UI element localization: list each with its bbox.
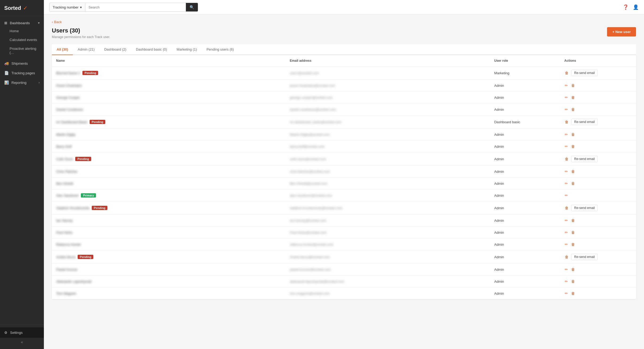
edit-icon[interactable]: ✏ xyxy=(564,132,568,137)
tab-admin[interactable]: Admin (21) xyxy=(73,44,99,55)
help-icon[interactable]: ❓ xyxy=(623,4,629,10)
resend-email-button[interactable]: Re-send email xyxy=(571,119,597,125)
sidebar-item-reporting[interactable]: 📊 Reporting › xyxy=(0,78,44,87)
edit-icon[interactable]: ✏ xyxy=(564,169,568,174)
user-role: Admin xyxy=(494,84,504,88)
actions-cell: ✏🗑 xyxy=(560,264,636,276)
tab-pending-users[interactable]: Pending users (6) xyxy=(202,44,239,55)
role-cell: Dashboard basic xyxy=(490,116,560,129)
sidebar-item-calculated-events[interactable]: Calculated events xyxy=(0,35,44,44)
delete-icon[interactable]: 🗑 xyxy=(564,205,569,211)
delete-icon[interactable]: 🗑 xyxy=(564,70,569,76)
delete-icon[interactable]: 🗑 xyxy=(571,267,575,272)
actions-cell: 🗑Re-send email xyxy=(560,202,636,215)
delete-icon[interactable]: 🗑 xyxy=(571,107,575,112)
user-email: Paul.Hicks@sorted.com xyxy=(290,231,327,235)
delete-icon[interactable]: 🗑 xyxy=(571,83,575,88)
sidebar-group-dashboards[interactable]: ⊞ Dashboards ▾ xyxy=(0,18,44,27)
search-button[interactable]: 🔍 xyxy=(186,3,198,11)
edit-icon[interactable]: ✏ xyxy=(564,144,568,149)
user-name: Barry Duff xyxy=(56,145,72,149)
topbar: Tracking number ▾ 🔍 ❓ 👤 xyxy=(44,0,644,15)
delete-icon[interactable]: 🗑 xyxy=(571,291,575,296)
delete-icon[interactable]: 🗑 xyxy=(564,119,569,125)
table-row: Andrei IbucaPendingAndrei.Ibuca@sorted.c… xyxy=(52,251,636,264)
delete-icon[interactable]: 🗑 xyxy=(571,230,575,235)
edit-icon[interactable]: ✏ xyxy=(564,279,568,284)
actions-cell: 🗑Re-send email xyxy=(560,251,636,264)
user-email: alex.handover@sorted.com xyxy=(290,194,332,198)
account-icon[interactable]: 👤 xyxy=(633,4,639,10)
name-cell: Paul Hicks xyxy=(52,227,286,239)
table-row: Tom Maguiretom.maguire@sorted.comAdmin✏🗑 xyxy=(52,288,636,299)
delete-icon[interactable]: 🗑 xyxy=(571,181,575,186)
edit-icon[interactable]: ✏ xyxy=(564,181,568,186)
user-name: Colin Dunn xyxy=(56,157,73,161)
delete-icon[interactable]: 🗑 xyxy=(571,144,575,149)
edit-icon[interactable]: ✏ xyxy=(564,95,568,100)
resend-email-button[interactable]: Re-send email xyxy=(571,156,597,162)
search-input[interactable] xyxy=(85,3,186,11)
sidebar-item-home[interactable]: Home xyxy=(0,27,44,35)
edit-icon[interactable]: ✏ xyxy=(564,267,568,272)
name-cell: Andrei IbucaPending xyxy=(52,251,286,264)
edit-icon[interactable]: ✏ xyxy=(564,218,568,223)
tab-dashboard-basic[interactable]: Dashboard basic (0) xyxy=(131,44,172,55)
delete-icon[interactable]: 🗑 xyxy=(571,132,575,137)
sidebar-bottom: ⚙ Settings « xyxy=(0,325,44,349)
user-role: Dashboard basic xyxy=(494,120,520,124)
search-container: Tracking number ▾ 🔍 xyxy=(49,3,198,12)
users-table-container: Name Email address User role Actions Blu… xyxy=(52,55,636,299)
delete-icon[interactable]: 🗑 xyxy=(571,95,575,100)
delete-icon[interactable]: 🗑 xyxy=(571,279,575,284)
table-row: George Coopergeorge.cooper@sorted.comAdm… xyxy=(52,92,636,104)
name-cell: Pawel Kunzar xyxy=(52,264,286,276)
resend-email-button[interactable]: Re-send email xyxy=(571,70,597,76)
user-role: Marketing xyxy=(494,71,509,75)
user-role: Admin xyxy=(494,133,504,137)
edit-icon[interactable]: ✏ xyxy=(564,83,568,88)
sidebar-item-tracking-pages[interactable]: 📄 Tracking pages xyxy=(0,68,44,78)
delete-icon[interactable]: 🗑 xyxy=(571,218,575,223)
table-row: Blurred Name 1Pendinguser1@sorted.comMar… xyxy=(52,67,636,80)
delete-icon[interactable]: 🗑 xyxy=(564,254,569,260)
new-user-button[interactable]: + New user xyxy=(607,27,636,36)
edit-icon[interactable]: ✏ xyxy=(564,291,568,296)
delete-icon[interactable]: 🗑 xyxy=(564,156,569,162)
edit-icon[interactable]: ✏ xyxy=(564,193,568,198)
tab-dashboard[interactable]: Dashboard (2) xyxy=(99,44,131,55)
resend-email-button[interactable]: Re-send email xyxy=(571,205,597,211)
role-cell: Admin xyxy=(490,104,560,116)
name-cell: Rebecca Hunter xyxy=(52,239,286,251)
edit-icon[interactable]: ✏ xyxy=(564,107,568,112)
back-link[interactable]: ‹ Back xyxy=(52,20,636,24)
sidebar-collapse-button[interactable]: « xyxy=(0,338,44,346)
user-role: Admin xyxy=(494,206,504,210)
user-name: Blurred Name 1 xyxy=(56,71,80,75)
main-content: Tracking number ▾ 🔍 ❓ 👤 ‹ Back Users (30… xyxy=(44,0,644,349)
delete-icon[interactable]: 🗑 xyxy=(571,242,575,247)
sidebar-item-settings[interactable]: ⚙ Settings xyxy=(0,327,44,338)
search-type-dropdown[interactable]: Tracking number ▾ xyxy=(49,3,85,11)
actions-cell: ✏🗑 xyxy=(560,80,636,92)
resend-email-button[interactable]: Re-send email xyxy=(571,254,597,260)
shipments-icon: 🚚 xyxy=(4,61,9,65)
tab-all[interactable]: All (30) xyxy=(52,44,73,55)
role-cell: Admin xyxy=(490,215,560,227)
chevron-down-icon: ▾ xyxy=(38,21,40,25)
name-cell: George Cooper xyxy=(52,92,286,104)
edit-icon[interactable]: ✏ xyxy=(564,230,568,235)
sidebar-item-shipments[interactable]: 🚚 Shipments xyxy=(0,59,44,68)
user-email: Andrei.Ibuca@sorted.com xyxy=(290,255,330,259)
user-role: Admin xyxy=(494,255,504,259)
delete-icon[interactable]: 🗑 xyxy=(571,169,575,174)
email-cell: Martin.Digby@sorted.com xyxy=(286,129,490,141)
search-icon: 🔍 xyxy=(190,5,194,9)
user-email: user1@sorted.com xyxy=(290,71,319,75)
edit-icon[interactable]: ✏ xyxy=(564,242,568,247)
user-name: mr Dashboard Basic xyxy=(56,120,87,124)
sidebar-item-proactive-alerting[interactable]: Proactive alerting (… xyxy=(0,44,44,57)
role-cell: Admin xyxy=(490,178,560,190)
tab-marketing[interactable]: Marketing (1) xyxy=(172,44,202,55)
email-cell: Paul.Hicks@sorted.com xyxy=(286,227,490,239)
